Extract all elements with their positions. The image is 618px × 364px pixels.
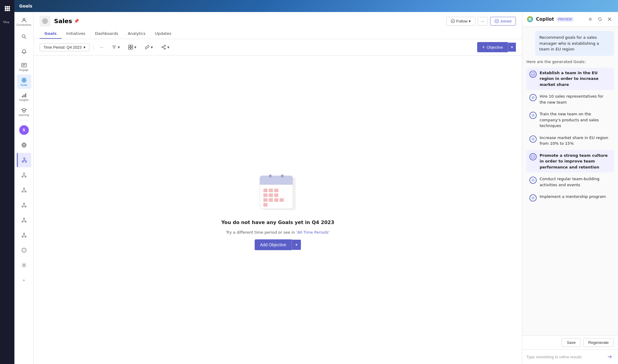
sidebar-settings[interactable] bbox=[17, 258, 31, 272]
svg-rect-82 bbox=[263, 189, 268, 192]
svg-point-25 bbox=[25, 161, 27, 162]
svg-rect-86 bbox=[269, 193, 273, 197]
page-title: Sales 📌 bbox=[54, 17, 79, 25]
tab-analytics[interactable]: Analytics bbox=[123, 29, 150, 39]
calendar-illustration bbox=[254, 170, 302, 215]
goal-item-3[interactable]: Train the new team on the company's prod… bbox=[526, 109, 614, 131]
insights-label: Insights bbox=[19, 99, 29, 102]
svg-rect-8 bbox=[8, 10, 10, 11]
tab-goals[interactable]: Goals bbox=[40, 29, 62, 39]
svg-point-37 bbox=[25, 191, 26, 192]
svg-point-109 bbox=[532, 197, 534, 199]
goal-item-1[interactable]: Establish a team in the EU region in ord… bbox=[526, 68, 614, 90]
sidebar-avatar[interactable]: S bbox=[17, 123, 31, 137]
goal-item-7[interactable]: Implement a mentorship program bbox=[526, 191, 614, 204]
goal-icon-6 bbox=[529, 177, 537, 184]
svg-rect-83 bbox=[269, 189, 273, 192]
svg-point-73 bbox=[164, 48, 165, 49]
svg-rect-13 bbox=[22, 63, 26, 67]
filter-btn[interactable]: ▾ bbox=[109, 43, 123, 51]
svg-rect-69 bbox=[129, 47, 130, 49]
sidebar-item-learning[interactable]: Learning bbox=[17, 105, 31, 119]
viva-icon[interactable]: Viva bbox=[1, 16, 13, 28]
add-objective-main-btn[interactable]: + Objective bbox=[477, 42, 508, 52]
sidebar-org-selected[interactable] bbox=[17, 153, 31, 167]
svg-point-29 bbox=[23, 173, 25, 174]
svg-line-57 bbox=[23, 235, 24, 236]
sidebar-org-5[interactable] bbox=[17, 213, 31, 227]
svg-point-103 bbox=[532, 115, 534, 116]
goal-text-1: Establish a team in the EU region in ord… bbox=[540, 70, 611, 88]
goal-item-2[interactable]: Hire 10 sales representatives for the ne… bbox=[526, 91, 614, 108]
sidebar-item-goals[interactable]: Goals bbox=[17, 74, 31, 89]
copilot-send-button[interactable] bbox=[605, 353, 614, 361]
follow-button[interactable]: Follow ▾ bbox=[446, 17, 475, 26]
svg-point-31 bbox=[25, 176, 26, 177]
tab-dashboards[interactable]: Dashboards bbox=[90, 29, 123, 39]
goal-item-4[interactable]: Increase market share in EU region from … bbox=[526, 132, 614, 149]
sidebar-help[interactable]: ? bbox=[17, 243, 31, 257]
share-btn[interactable]: ▾ bbox=[158, 43, 172, 51]
svg-point-107 bbox=[532, 179, 534, 181]
svg-point-47 bbox=[23, 218, 25, 219]
svg-line-52 bbox=[24, 220, 26, 221]
sidebar-item-notifications[interactable] bbox=[17, 44, 31, 59]
svg-rect-90 bbox=[274, 198, 278, 202]
copilot-panel: Copilot PREVIEW bbox=[522, 12, 618, 364]
add-objective-chevron-btn[interactable]: ▾ bbox=[508, 43, 516, 52]
add-objective-large-chevron-btn[interactable]: ▾ bbox=[292, 240, 301, 250]
copilot-actions bbox=[586, 15, 614, 23]
time-period-selector[interactable]: Time Period: Q4 2023 ▾ bbox=[40, 43, 89, 51]
more-actions-button[interactable]: ··· bbox=[478, 17, 488, 26]
copilot-refine-input[interactable] bbox=[526, 355, 603, 359]
page-title-text: Sales bbox=[54, 17, 72, 25]
goal-item-6[interactable]: Conduct regular team-building activities… bbox=[526, 174, 614, 190]
all-time-periods-link[interactable]: 'All Time Periods' bbox=[296, 230, 330, 235]
add-objective-large-main-btn[interactable]: Add Objective bbox=[255, 239, 292, 250]
waffle-menu[interactable] bbox=[1, 2, 13, 14]
copilot-close-btn[interactable] bbox=[605, 15, 614, 23]
more-options-btn[interactable]: ··· bbox=[97, 43, 107, 51]
sidebar-item-insights[interactable]: Insights bbox=[17, 89, 31, 104]
toolbar-sep-1 bbox=[93, 44, 93, 50]
sidebar-expand[interactable]: » bbox=[17, 273, 31, 287]
svg-rect-68 bbox=[131, 45, 133, 47]
add-objective-label: Objective bbox=[487, 45, 503, 50]
svg-point-65 bbox=[451, 19, 455, 23]
title-area: Sales 📌 bbox=[40, 16, 79, 26]
toolbar: Time Period: Q4 2023 ▾ ··· ▾ bbox=[34, 39, 522, 56]
regenerate-button[interactable]: Regenerate bbox=[583, 338, 614, 347]
goal-text-5: Promote a strong team culture in order t… bbox=[540, 153, 611, 170]
svg-rect-19 bbox=[25, 93, 26, 97]
svg-line-28 bbox=[24, 160, 26, 161]
icon-rail: Viva bbox=[0, 0, 14, 364]
sidebar-item-connections[interactable]: Connections bbox=[17, 14, 31, 29]
svg-point-102 bbox=[532, 114, 534, 117]
copilot-refresh-btn[interactable] bbox=[596, 15, 604, 23]
sidebar-org-3[interactable] bbox=[17, 183, 31, 197]
tab-initiatives[interactable]: Initiatives bbox=[62, 29, 90, 39]
svg-line-51 bbox=[23, 220, 24, 221]
sidebar-org-6[interactable] bbox=[17, 228, 31, 242]
save-button[interactable]: Save bbox=[562, 338, 581, 347]
svg-rect-18 bbox=[23, 95, 24, 97]
sidebar-item-search[interactable] bbox=[17, 29, 31, 44]
copilot-header: Copilot PREVIEW bbox=[522, 12, 618, 27]
sidebar-org-2[interactable] bbox=[17, 168, 31, 182]
time-period-label: Time Period: Q4 2023 bbox=[44, 45, 82, 50]
header-top: Sales 📌 Follow ▾ bbox=[40, 16, 516, 26]
goal-item-5[interactable]: Promote a strong team culture in order t… bbox=[526, 150, 614, 173]
joined-button[interactable]: Joined bbox=[490, 17, 516, 26]
empty-title: You do not have any Goals yet in Q4 2023 bbox=[221, 220, 334, 225]
sidebar-org-4[interactable] bbox=[17, 198, 31, 212]
sidebar-item-engage[interactable]: Engage bbox=[17, 59, 31, 74]
svg-rect-91 bbox=[280, 198, 284, 202]
sidebar-globe[interactable] bbox=[17, 138, 31, 152]
goal-icon-4 bbox=[529, 135, 537, 143]
tab-updates[interactable]: Updates bbox=[150, 29, 176, 39]
copilot-body: Recommend goals for a sales manager who … bbox=[522, 27, 618, 335]
copilot-settings-btn[interactable] bbox=[586, 15, 595, 23]
link-btn[interactable]: ▾ bbox=[142, 43, 156, 51]
view-toggle-btn[interactable]: ▾ bbox=[125, 43, 139, 51]
svg-point-24 bbox=[22, 161, 24, 162]
